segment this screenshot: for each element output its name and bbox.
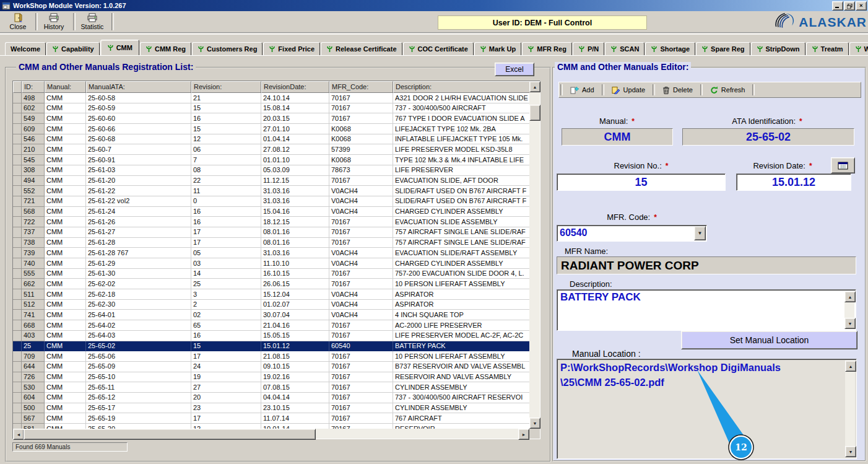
table-vertical-scrollbar[interactable]: ▲ ▼ xyxy=(529,81,540,429)
close-window-button[interactable]: × xyxy=(856,1,867,11)
tab-fixed-price[interactable]: Fixed Price xyxy=(263,42,320,56)
minimize-button[interactable] xyxy=(832,1,843,11)
delete-button[interactable]: Delete xyxy=(656,84,699,96)
ata-identification-field[interactable]: 25-65-02 xyxy=(682,128,854,146)
scroll-up-button[interactable]: ▲ xyxy=(845,361,856,372)
refresh-button[interactable]: Refresh xyxy=(704,84,752,96)
table-row[interactable]: 567CMM25-65-191711.07.1470167767 AIRCRAF… xyxy=(13,413,529,424)
tab-coc-certificate[interactable]: COC Certificate xyxy=(403,42,474,56)
table-row[interactable]: 512CMM25-62-30201.02.07V0ACH4ASPIRATOR xyxy=(13,300,529,310)
tab-scan[interactable]: SCAN xyxy=(605,42,644,56)
description-textarea[interactable]: BATTERY PACK ▲ ▼ xyxy=(557,289,856,331)
combobox-dropdown-arrow[interactable]: ▼ xyxy=(694,226,706,240)
scroll-down-button[interactable]: ▼ xyxy=(529,418,540,429)
table-row[interactable]: 726CMM25-65-101919.02.1670167RESERVOIR A… xyxy=(13,372,529,383)
table-row[interactable]: 740CMM25-61-290311.10.10V0ACH4CHARGED CY… xyxy=(13,258,529,269)
cell-ata: 25-60-68 xyxy=(86,134,191,145)
tab-stripdown[interactable]: StripDown xyxy=(751,42,805,56)
tab-mark-up[interactable]: Mark Up xyxy=(474,42,521,56)
table-horizontal-scrollbar[interactable]: ◄ ► xyxy=(13,429,529,439)
column-header[interactable]: Revision: xyxy=(191,81,261,93)
cell-manual: CMM xyxy=(45,227,86,238)
tab-treatm[interactable]: Treatm xyxy=(806,42,849,56)
set-manual-location-button[interactable]: Set Manual Location xyxy=(681,331,857,349)
scroll-up-button[interactable]: ▲ xyxy=(529,81,540,92)
scroll-right-button[interactable]: ► xyxy=(518,429,529,440)
scroll-down-button[interactable]: ▼ xyxy=(844,318,856,329)
column-header[interactable]: Manual: xyxy=(45,81,86,93)
table-row[interactable]: 511CMM25-62-18315.12.04V0ACH4ASPIRATOR xyxy=(13,289,529,300)
table-row[interactable]: 498CMM25-60-582124.10.1470167A321 DOOR 2… xyxy=(13,93,529,103)
revision-date-input[interactable]: 15.01.12 xyxy=(736,173,851,191)
table-row[interactable]: 210CMM25-60-70627.08.1257399LIFE PRESERV… xyxy=(13,144,529,155)
restore-button[interactable] xyxy=(844,1,855,11)
table-row[interactable]: 644CMM25-65-092409.10.1570167B737 RESERV… xyxy=(13,362,529,372)
table-row[interactable]: 739CMM25-61-28 7670531.03.16V0ACH4EVACUA… xyxy=(13,248,529,258)
table-row[interactable]: 549CMM25-60-601620.03.1570167767 TYPE I … xyxy=(13,113,529,124)
tab-spare-reg[interactable]: Spare Reg xyxy=(696,42,750,56)
cell-desc: RESERVOIR AND VALVE ASSAMBLY xyxy=(393,372,529,383)
update-button[interactable]: Update xyxy=(605,84,651,96)
mfr-code-combobox[interactable]: 60540 ▼ xyxy=(557,225,707,242)
table-row[interactable]: 602CMM25-60-591515.08.1470167737 - 300/4… xyxy=(13,103,529,114)
table-row[interactable]: 545CMM25-60-91701.01.10K0068TYPE 102 Mk.… xyxy=(13,155,529,165)
description-scrollbar[interactable]: ▲ ▼ xyxy=(844,291,854,329)
table-row[interactable]: 530CMM25-65-112707.08.1570167CYLINDER AS… xyxy=(13,382,529,393)
table-row[interactable]: 741CMM25-64-010230.07.04V0ACH44 INCH SQU… xyxy=(13,310,529,320)
ata-identification-label: ATA Identification:* xyxy=(680,116,854,126)
tab-cmm[interactable]: CMM xyxy=(100,40,139,56)
tab-wo[interactable]: WO xyxy=(849,42,868,56)
tab-shortage[interactable]: Shortage xyxy=(645,42,695,56)
table-row[interactable]: 721CMM25-61-22 vol2031.03.16V0ACH4SLIDE/… xyxy=(13,196,529,207)
scroll-left-button[interactable]: ◄ xyxy=(13,429,24,440)
tab-release-certificate[interactable]: Release Certificate xyxy=(321,42,402,56)
table-row[interactable]: 662CMM25-62-022526.06.157016710 PERSON L… xyxy=(13,279,529,289)
calendar-button[interactable] xyxy=(831,157,855,173)
table-row[interactable]: 709CMM25-65-061721.08.157016710 PERSON L… xyxy=(13,351,529,362)
column-header[interactable]: ID: xyxy=(22,81,45,93)
table-row[interactable]: 568CMM25-61-241615.04.16V0ACH4CHARGED CY… xyxy=(13,207,529,217)
scroll-down-button[interactable]: ▼ xyxy=(845,446,856,457)
table-row[interactable]: 494CMM25-61-202211.12.1570167EVACUATION … xyxy=(13,176,529,186)
history-button[interactable]: History xyxy=(38,12,69,31)
table-row[interactable]: 609CMM25-60-661527.01.10K0068LIFEJACKET … xyxy=(13,124,529,134)
table-row[interactable]: 555CMM25-61-301416.10.1570167757-200 EVA… xyxy=(13,269,529,279)
scroll-up-button[interactable]: ▲ xyxy=(844,291,856,302)
table-row[interactable]: 668CMM25-64-026521.04.1670167AC-2000 LIF… xyxy=(13,320,529,331)
plant-icon xyxy=(701,46,708,53)
location-scrollbar[interactable]: ▲ ▼ xyxy=(845,361,855,457)
table-row[interactable]: 738CMM25-61-281708.01.1670167757 AIRCRAF… xyxy=(13,238,529,248)
table-row[interactable]: 546CMM25-60-681201.04.14K0068INFLATABLE … xyxy=(13,134,529,145)
tab-capability[interactable]: Capability xyxy=(46,42,100,56)
table-row[interactable]: 604CMM25-65-122004.04.1470167737 - 300/4… xyxy=(13,393,529,403)
excel-button[interactable]: Excel xyxy=(495,63,534,76)
column-header[interactable]: MFR_Code: xyxy=(329,81,393,93)
tab-p-n[interactable]: P/N xyxy=(573,42,604,56)
manual-field[interactable]: CMM xyxy=(562,128,673,146)
table-row[interactable]: 25CMM25-65-021515.01.1260540BATTERY PACK xyxy=(13,341,529,352)
table-row[interactable]: 500CMM25-65-172323.10.1570167CYLINDER AS… xyxy=(13,403,529,414)
table-row[interactable]: 722CMM25-61-261618.12.1570167EVACUATION … xyxy=(13,217,529,227)
row-marker xyxy=(13,351,22,362)
column-header[interactable]: ManualATA: xyxy=(86,81,191,93)
table-row[interactable]: 308CMM25-61-030805.03.0978673LIFE PRESER… xyxy=(13,165,529,176)
table-row[interactable]: 552CMM25-61-221131.03.16V0ACH4SLIDE/RAFT… xyxy=(13,186,529,196)
tab-mfr-reg[interactable]: MFR Reg xyxy=(522,42,572,56)
tab-cmm-reg[interactable]: CMM Reg xyxy=(140,42,191,56)
horizontal-scroll-thumb[interactable] xyxy=(24,429,316,440)
statistic-button[interactable]: Statistic xyxy=(77,12,108,31)
table-row[interactable]: 737CMM25-61-271708.01.1670167757 AIRCRAF… xyxy=(13,227,529,238)
row-marker xyxy=(13,331,22,341)
add-button[interactable]: Add xyxy=(564,84,601,96)
table-row[interactable]: 403CMM25-64-031615.05.1570167LIFE PRESER… xyxy=(13,331,529,341)
column-header[interactable]: RevisionDate: xyxy=(261,81,329,93)
tab-welcome[interactable]: Welcome xyxy=(5,42,46,56)
column-header[interactable]: Description: xyxy=(393,81,529,93)
manual-location-textarea[interactable]: P:\WorkShopRecords\Workshop DigiManuals … xyxy=(557,359,857,459)
vertical-scroll-thumb[interactable] xyxy=(529,105,540,121)
close-button[interactable]: Close xyxy=(2,12,33,31)
toolbar-separator xyxy=(111,13,114,30)
cell-desc: LIFE PRESERVER xyxy=(393,165,529,176)
revision-no-input[interactable]: 15 xyxy=(557,173,726,191)
tab-customers-reg[interactable]: Customers Reg xyxy=(192,42,263,56)
